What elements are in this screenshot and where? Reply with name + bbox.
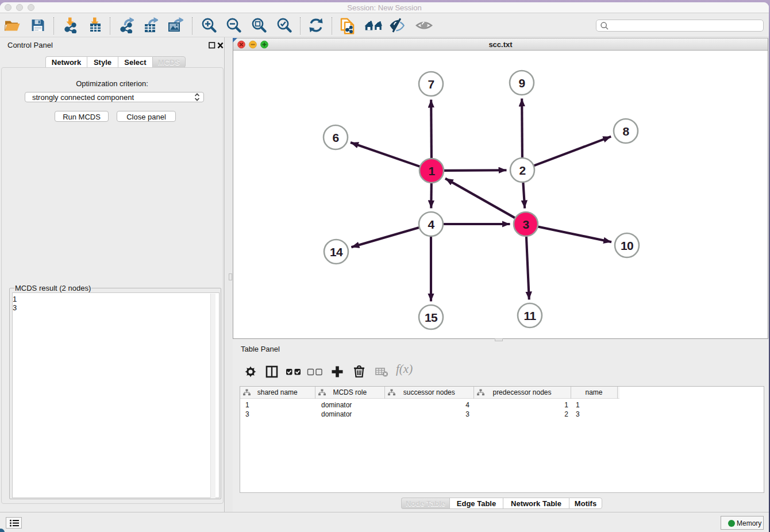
svg-text:11: 11: [524, 309, 537, 322]
svg-text:4: 4: [428, 218, 434, 231]
svg-text:10: 10: [621, 239, 633, 252]
svg-text:14: 14: [330, 245, 343, 259]
svg-text:1: 1: [428, 164, 435, 178]
svg-text:3: 3: [522, 218, 529, 231]
svg-text:8: 8: [622, 125, 629, 138]
svg-text:7: 7: [428, 78, 434, 91]
svg-text:9: 9: [518, 76, 525, 90]
svg-text:15: 15: [425, 311, 438, 324]
svg-text:6: 6: [332, 131, 338, 144]
svg-text:2: 2: [519, 164, 525, 177]
